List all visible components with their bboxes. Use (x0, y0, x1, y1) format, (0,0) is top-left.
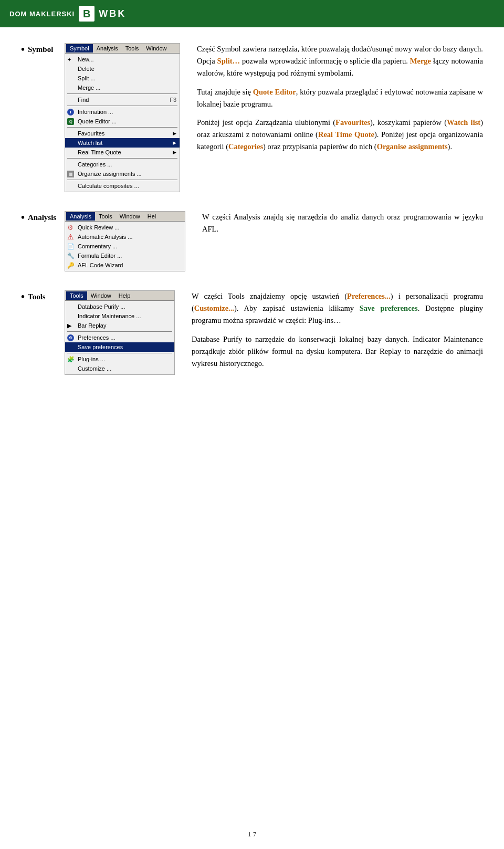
watchlist-arrow: ▶ (173, 140, 176, 145)
split-highlight: Split… (217, 57, 240, 65)
analysis-description: W części Analysis znajdą się narzędzia d… (202, 211, 483, 235)
symbol-menu-bar: Symbol Analysis Tools Window (65, 44, 180, 54)
logo-wbk-text: WBK (99, 8, 126, 19)
analysis-content: Analysis Tools Window Hel ⚙ Quick Review… (65, 211, 483, 271)
page-footer: 1 7 (0, 830, 504, 838)
menu-item-commentary[interactable]: 📄 Commentary ... (65, 242, 185, 251)
menu-item-quote-editor[interactable]: Q Quote Editor ... (65, 117, 180, 126)
afl-icon: 🔑 (67, 262, 75, 269)
rtq-highlight: Real Time Quote (318, 130, 374, 139)
menu-item-information[interactable]: i Information ... (65, 107, 180, 117)
tools-section-block: • Tools Tools Window Help Database Purif… (21, 290, 483, 375)
menu-separator-2 (67, 106, 177, 106)
tools-content: Tools Window Help Database Purify ... In… (65, 290, 483, 375)
plugins-icon: 🧩 (67, 356, 75, 363)
logo-b-icon: B (79, 6, 94, 22)
menu-separator-3 (67, 127, 177, 128)
menu-item-organize[interactable]: ▦ Organize assignments ... (65, 169, 180, 179)
menu-item-split[interactable]: Split ... (65, 74, 180, 83)
analysis-desc-p1: W części Analysis znajdą się narzędzia d… (202, 211, 483, 235)
prefs-highlight: Preferences... (347, 292, 391, 300)
menu-item-automatic[interactable]: ⚠ Automatic Analysis ... (65, 232, 185, 242)
tools-bar-tools: Tools (66, 291, 87, 300)
menu-item-plugins[interactable]: 🧩 Plug-ins ... (65, 354, 174, 364)
commentary-icon: 📄 (67, 243, 75, 250)
menu-item-indicator[interactable]: Indicator Maintenance ... (65, 311, 174, 321)
menu-item-watchlist[interactable]: Watch list ▶ (65, 138, 180, 148)
menu-separator-1 (67, 93, 177, 94)
favourites-arrow: ▶ (173, 131, 176, 136)
formula-icon: 🔧 (67, 253, 75, 259)
analysis-menu-screenshot: Analysis Tools Window Hel ⚙ Quick Review… (65, 211, 185, 271)
menu-item-quickreview[interactable]: ⚙ Quick Review ... (65, 223, 185, 232)
qe-highlight: Quote Editor (253, 88, 296, 96)
menu-bar-analysis: Analysis (93, 44, 122, 53)
menu-item-favourites[interactable]: Favourites ▶ (65, 129, 180, 138)
fav-highlight: Favourites (335, 118, 370, 127)
realtime-arrow: ▶ (173, 150, 176, 155)
menu-item-composites[interactable]: Calculate composites ... (65, 181, 180, 191)
menu-separator-5 (67, 180, 177, 180)
analysis-bar-tools: Tools (95, 212, 116, 221)
prefs-icon: ⚙ (67, 334, 74, 341)
tools-bar-window: Window (87, 291, 115, 300)
tools-menu-bar: Tools Window Help (65, 291, 174, 301)
symbol-menu-screenshot: Symbol Analysis Tools Window ✦ New... De… (65, 43, 180, 192)
qe-icon: Q (67, 118, 74, 125)
cat-highlight: Categories (228, 142, 263, 151)
menu-item-save-prefs[interactable]: Save preferences (65, 342, 174, 352)
symbol-desc-p1: Część Symbol zawiera narzędzia, które po… (197, 43, 483, 80)
tools-menu-screenshot: Tools Window Help Database Purify ... In… (65, 290, 175, 375)
menu-bar-tools: Tools (122, 44, 143, 53)
review-icon: ⚙ (67, 224, 74, 232)
menu-bar-symbol: Symbol (66, 44, 93, 53)
cust-highlight: Customize... (194, 304, 234, 312)
menu-item-realtime[interactable]: Real Time Quote ▶ (65, 148, 180, 157)
organize-icon: ▦ (67, 171, 74, 177)
tools-bar-help: Help (115, 291, 134, 300)
symbol-desc-p2: Tutaj znajduje się Quote Editor, który p… (197, 86, 483, 110)
analysis-section-block: • Analysis Analysis Tools Window Hel ⚙ Q… (21, 211, 483, 271)
tools-menu-items: Database Purify ... Indicator Maintenanc… (65, 301, 174, 374)
save-prefs-highlight: Save preferences (360, 304, 418, 312)
tools-desc-p1: W części Tools znajdziemy opcję ustawień… (192, 290, 483, 327)
menu-item-bar-replay[interactable]: ▶ Bar Replay (65, 321, 174, 330)
menu-item-database-purify[interactable]: Database Purify ... (65, 302, 174, 311)
tools-desc-p2: Database Purify to narzędzie do konserwa… (192, 333, 483, 370)
replay-icon: ▶ (67, 322, 71, 329)
menu-item-merge[interactable]: Merge ... (65, 83, 180, 92)
symbol-desc-p3: Poniżej jest opcja Zarządzania ulubionym… (197, 117, 483, 153)
menu-bar-window: Window (142, 44, 170, 53)
symbol-content: Symbol Analysis Tools Window ✦ New... De… (65, 43, 483, 192)
auto-icon: ⚠ (67, 233, 74, 241)
tools-separator-2 (67, 353, 172, 353)
analysis-bar-window: Window (116, 212, 144, 221)
logo: DOM MAKLERSKI B WBK (9, 6, 126, 22)
menu-item-new[interactable]: ✦ New... (65, 55, 180, 64)
analysis-bar-help: Hel (144, 212, 160, 221)
header: DOM MAKLERSKI B WBK (0, 0, 504, 27)
menu-item-formula[interactable]: 🔧 Formula Editor ... (65, 251, 185, 260)
menu-item-afl[interactable]: 🔑 AFL Code Wizard (65, 260, 185, 270)
analysis-menu-bar: Analysis Tools Window Hel (65, 212, 185, 222)
menu-item-preferences[interactable]: ⚙ Preferences ... (65, 333, 174, 342)
oa-highlight: Organise assignments (377, 142, 448, 151)
symbol-bullet: • Symbol (21, 43, 55, 55)
menu-item-delete[interactable]: Delete (65, 64, 180, 74)
analysis-bar-analysis: Analysis (66, 212, 95, 221)
symbol-section-block: • Symbol Symbol Analysis Tools Window ✦ … (21, 43, 483, 192)
tools-description: W części Tools znajdziemy opcję ustawień… (192, 290, 483, 370)
logo-dom-text: DOM MAKLERSKI (9, 10, 75, 18)
menu-separator-4 (67, 158, 177, 159)
analysis-bullet: • Analysis (21, 211, 55, 223)
new-icon: ✦ (67, 57, 71, 62)
menu-item-categories[interactable]: Categories ... (65, 160, 180, 169)
menu-item-customize[interactable]: Customize ... (65, 364, 174, 373)
info-icon: i (67, 109, 74, 116)
wl-highlight: Watch list (447, 118, 480, 127)
menu-item-find[interactable]: Find F3 (65, 95, 180, 104)
page-number: 1 7 (248, 830, 256, 838)
tools-separator-1 (67, 331, 172, 332)
merge-highlight: Merge (410, 57, 431, 65)
symbol-menu-items: ✦ New... Delete Split ... Merge ... Find (65, 54, 180, 192)
